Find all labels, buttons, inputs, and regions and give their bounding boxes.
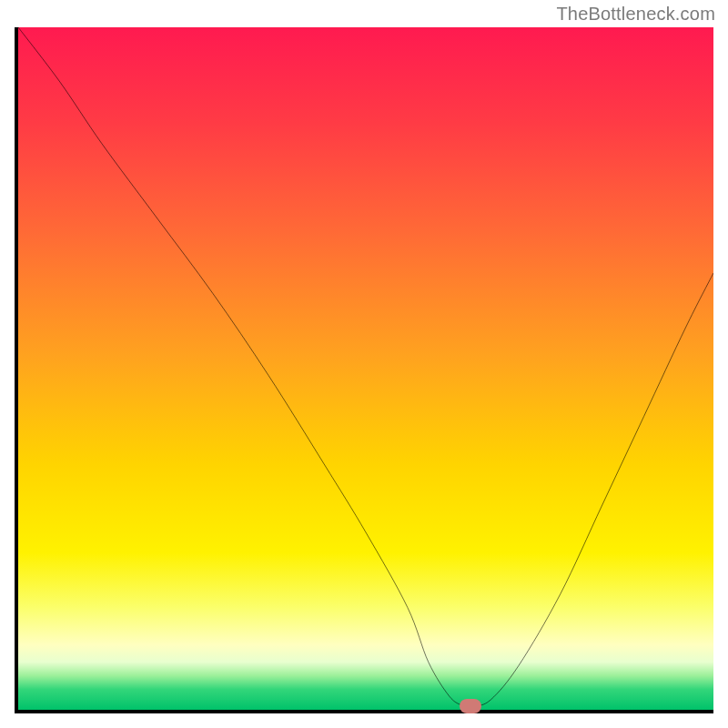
bottleneck-curve [18, 27, 713, 710]
curve-path [18, 27, 713, 707]
chart-frame: TheBottleneck.com [0, 0, 728, 728]
plot-area [15, 27, 713, 713]
curve-marker [460, 699, 481, 713]
watermark-label: TheBottleneck.com [556, 4, 715, 25]
